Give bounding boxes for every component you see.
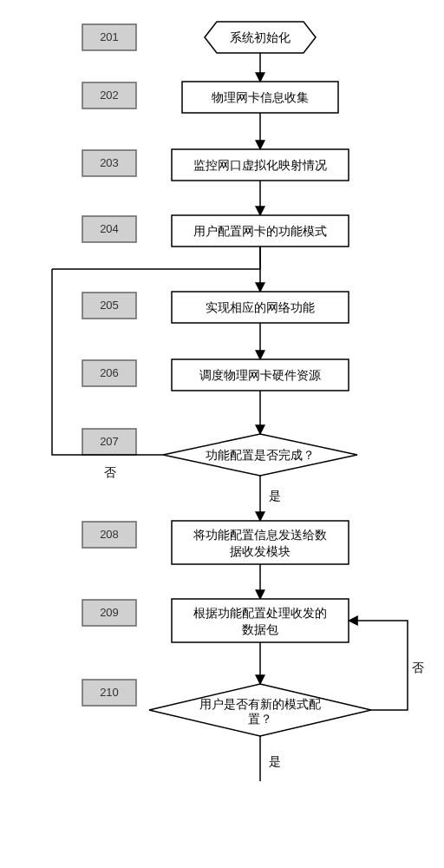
step-tag-207-label: 207 — [100, 435, 119, 448]
step-tag-201-label: 201 — [100, 30, 119, 43]
step-tag-206-label: 206 — [100, 366, 119, 379]
edge-no-2 — [349, 621, 408, 710]
node-decision-done-label: 功能配置是否完成？ — [206, 448, 315, 462]
node-send-label-b: 据收发模块 — [230, 544, 291, 558]
node-process-label-a: 根据功能配置处理收发的 — [193, 606, 327, 620]
step-tag-203-label: 203 — [100, 156, 119, 169]
node-decision-new-label-a: 用户是否有新的模式配 — [199, 697, 321, 711]
step-tag-210-label: 210 — [100, 686, 119, 699]
node-init-label: 系统初始化 — [230, 30, 291, 44]
flowchart: 201 系统初始化 202 物理网卡信息收集 203 监控网口虚拟化映射情况 2… — [0, 0, 444, 868]
node-process-label-b: 数据包 — [242, 622, 278, 636]
step-tag-209-label: 209 — [100, 606, 119, 619]
step-tag-205-label: 205 — [100, 299, 119, 312]
edge-loop-top — [52, 247, 260, 269]
node-user-config-label: 用户配置网卡的功能模式 — [193, 224, 327, 238]
node-collect-label: 物理网卡信息收集 — [212, 90, 309, 104]
node-impl-label: 实现相应的网络功能 — [206, 300, 315, 314]
node-sched-label: 调度物理网卡硬件资源 — [199, 368, 321, 382]
label-no-1: 否 — [104, 465, 116, 479]
node-decision-new-label-b: 置？ — [248, 712, 272, 726]
label-no-2: 否 — [412, 661, 424, 674]
label-yes-1: 是 — [269, 489, 281, 503]
step-tag-202-label: 202 — [100, 89, 119, 102]
step-tag-208-label: 208 — [100, 528, 119, 541]
step-tag-204-label: 204 — [100, 222, 119, 235]
label-yes-2: 是 — [269, 754, 281, 768]
node-send-label-a: 将功能配置信息发送给数 — [193, 528, 327, 542]
node-monitor-label: 监控网口虚拟化映射情况 — [193, 158, 327, 172]
